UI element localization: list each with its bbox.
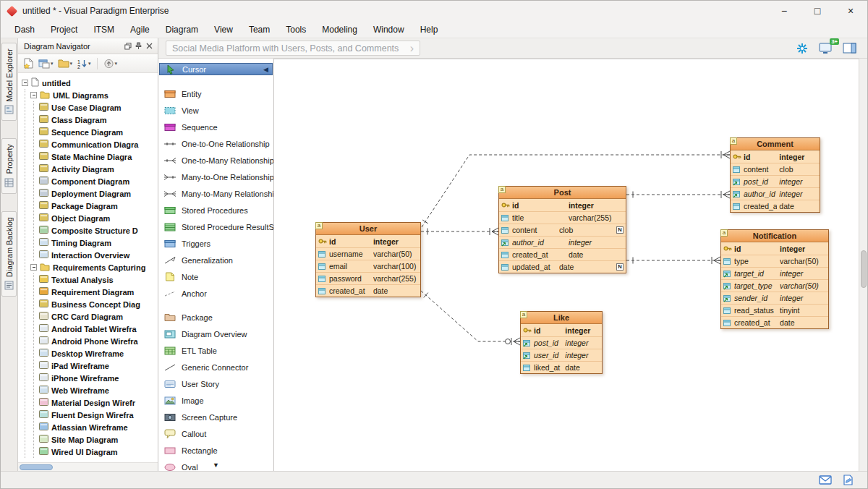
tree-item-object-diagram[interactable]: Object Diagram bbox=[39, 212, 158, 224]
maximize-button[interactable]: □ bbox=[801, 1, 834, 21]
entity-field[interactable]: created_atdate bbox=[316, 284, 420, 297]
canvas-vscroll-thumb[interactable] bbox=[861, 250, 867, 288]
tree-item-crc-card-diagram[interactable]: CRC Card Diagram bbox=[39, 310, 158, 323]
tree-item-site-map-diagram[interactable]: Site Map Diagram bbox=[39, 433, 158, 446]
entity-field[interactable]: user_idinteger bbox=[521, 349, 602, 361]
entity-field[interactable]: idinteger bbox=[721, 242, 828, 255]
tree-root-untitled[interactable]: untitled bbox=[22, 77, 158, 89]
menu-help[interactable]: Help bbox=[412, 22, 446, 37]
palette-collapse-icon[interactable]: ◀ bbox=[263, 66, 268, 73]
menu-team[interactable]: Team bbox=[241, 22, 278, 37]
palette-item-one-to-one-relationship[interactable]: One-to-One Relationship bbox=[158, 135, 273, 152]
side-tab-diagram-backlog[interactable]: Diagram Backlog bbox=[1, 211, 17, 297]
edit-document-icon[interactable] bbox=[843, 475, 854, 486]
entity-field[interactable]: created_atdate bbox=[721, 316, 828, 328]
minimize-button[interactable]: − bbox=[767, 1, 801, 21]
tree-item-interaction-overview[interactable]: Interaction Overview bbox=[39, 249, 158, 261]
entity-field[interactable]: post_idinteger bbox=[731, 175, 820, 187]
entity-field[interactable]: liked_atdate bbox=[521, 361, 602, 373]
entity-field[interactable]: created_atdate bbox=[499, 248, 626, 260]
sort-button[interactable]: 12▾ bbox=[75, 56, 93, 71]
palette-item-diagram-overview[interactable]: Diagram Overview bbox=[158, 326, 273, 342]
entity-user[interactable]: Useraidintegerusernamevarchar(50)emailva… bbox=[315, 222, 421, 297]
tree-item-material-design-wirefr[interactable]: Material Design Wirefr bbox=[39, 396, 158, 409]
tree-item-package-diagram[interactable]: Package Diagram bbox=[39, 200, 158, 212]
tree-item-business-concept-diag[interactable]: Business Concept Diag bbox=[39, 298, 158, 310]
entity-field[interactable]: idinteger bbox=[731, 150, 820, 163]
menu-modeling[interactable]: Modeling bbox=[314, 22, 365, 37]
tree-group-uml-diagrams[interactable]: UML Diagrams bbox=[30, 89, 158, 101]
entity-post[interactable]: Postaidintegertitlevarchar(255)contentcl… bbox=[498, 186, 626, 273]
tree-expand-icon[interactable] bbox=[30, 92, 37, 98]
palette-item-etl-table[interactable]: ETL Table bbox=[158, 342, 273, 359]
palette-item-sequence[interactable]: Sequence bbox=[158, 119, 273, 135]
navigator-hscroll-thumb[interactable] bbox=[20, 464, 53, 470]
palette-item-package[interactable]: Package bbox=[158, 309, 273, 326]
palette-item-image[interactable]: Image bbox=[158, 392, 273, 409]
tree-item-web-wireframe[interactable]: Web Wireframe bbox=[39, 384, 158, 396]
entity-like[interactable]: Likeaidintegerpost_idintegeruser_idinteg… bbox=[520, 311, 603, 374]
tree-item-atlassian-wireframe[interactable]: Atlassian Wireframe bbox=[39, 421, 158, 433]
tree-item-android-tablet-wirefra[interactable]: Android Tablet Wirefra bbox=[39, 323, 158, 335]
palette-item-stored-procedure-resultset[interactable]: Stored Procedure ResultSet bbox=[158, 218, 273, 235]
tree-item-android-phone-wirefra[interactable]: Android Phone Wirefra bbox=[39, 335, 158, 347]
menu-agile[interactable]: Agile bbox=[122, 22, 158, 37]
side-tab-property[interactable]: Property bbox=[1, 138, 17, 193]
menu-dash[interactable]: Dash bbox=[7, 22, 43, 37]
entity-field[interactable]: author_idinteger bbox=[731, 187, 820, 200]
palette-item-callout[interactable]: Callout bbox=[158, 425, 273, 442]
palette-item-user-story[interactable]: User Story bbox=[158, 375, 273, 392]
palette-item-view[interactable]: View bbox=[158, 102, 273, 119]
entity-field[interactable]: target_idinteger bbox=[721, 267, 828, 279]
tree-item-desktop-wireframe[interactable]: Desktop Wireframe bbox=[39, 347, 158, 360]
entity-field[interactable]: emailvarchar(100) bbox=[316, 260, 420, 272]
palette-item-note[interactable]: Note bbox=[158, 268, 273, 285]
mail-icon[interactable] bbox=[819, 475, 832, 485]
tree-item-composite-structure-d[interactable]: Composite Structure D bbox=[39, 224, 158, 237]
entity-field[interactable]: titlevarchar(255) bbox=[499, 211, 626, 224]
entity-comment[interactable]: Commentaidintegercontentclobpost_idinteg… bbox=[730, 137, 820, 213]
tree-expand-icon[interactable] bbox=[30, 264, 37, 271]
entity-field[interactable]: passwordvarchar(255) bbox=[316, 272, 420, 284]
open-folder-button[interactable]: ▾ bbox=[56, 56, 75, 71]
diagram-title-field[interactable]: Social Media Platform with Users, Posts,… bbox=[166, 41, 420, 56]
tree-expand-icon[interactable] bbox=[22, 80, 28, 86]
panel-toggle-icon[interactable] bbox=[843, 42, 857, 54]
new-diagram-button[interactable] bbox=[22, 56, 35, 71]
entity-field[interactable]: idinteger bbox=[521, 324, 602, 336]
tree-item-component-diagram[interactable]: Component Diagram bbox=[39, 175, 158, 187]
tree-item-use-case-diagram[interactable]: Use Case Diagram bbox=[39, 101, 158, 114]
relationship-user-like[interactable] bbox=[421, 291, 520, 341]
entity-notification[interactable]: Notificationaidintegertypevarchar(50)tar… bbox=[720, 229, 829, 329]
new-model-button[interactable]: ▾ bbox=[37, 56, 55, 71]
entity-field[interactable]: post_idinteger bbox=[521, 336, 602, 349]
entity-field[interactable]: read_statustinyint bbox=[721, 304, 828, 316]
palette-item-anchor[interactable]: Anchor bbox=[158, 285, 273, 302]
menu-window[interactable]: Window bbox=[365, 22, 412, 37]
entity-field[interactable]: contentclobN bbox=[499, 224, 626, 236]
entity-field[interactable]: updated_atdateN bbox=[499, 260, 626, 273]
tree-item-sequence-diagram[interactable]: Sequence Diagram bbox=[39, 126, 158, 138]
float-button[interactable] bbox=[122, 41, 133, 51]
entity-field[interactable]: contentclob bbox=[731, 163, 820, 175]
tree-item-state-machine-diagra[interactable]: State Machine Diagra bbox=[39, 150, 158, 163]
tree-item-ipad-wireframe[interactable]: iPad Wireframe bbox=[39, 360, 158, 372]
palette-item-entity[interactable]: Entity bbox=[158, 85, 273, 102]
palette-item-many-to-many-relationship[interactable]: Many-to-Many Relationship bbox=[158, 185, 273, 202]
menu-view[interactable]: View bbox=[206, 22, 241, 37]
entity-field[interactable]: sender_idinteger bbox=[721, 292, 828, 304]
entity-field[interactable]: usernamevarchar(50) bbox=[316, 247, 420, 260]
palette-item-triggers[interactable]: Triggers bbox=[158, 235, 273, 252]
publish-button[interactable]: ▾ bbox=[102, 56, 119, 71]
pin-button[interactable] bbox=[133, 41, 144, 51]
screen-share-icon[interactable]: 3+ bbox=[819, 42, 833, 54]
tree-item-iphone-wireframe[interactable]: iPhone Wireframe bbox=[39, 372, 158, 384]
palette-scroll-down-icon[interactable]: ▼ bbox=[213, 462, 219, 469]
menu-project[interactable]: Project bbox=[43, 22, 85, 37]
close-panel-button[interactable] bbox=[144, 41, 155, 51]
close-button[interactable]: × bbox=[834, 1, 867, 21]
entity-field[interactable]: typevarchar(50) bbox=[721, 255, 828, 267]
entity-field[interactable]: created_atdate bbox=[731, 200, 820, 212]
tree-item-timing-diagram[interactable]: Timing Diagram bbox=[39, 237, 158, 249]
tree-item-class-diagram[interactable]: Class Diagram bbox=[39, 114, 158, 126]
